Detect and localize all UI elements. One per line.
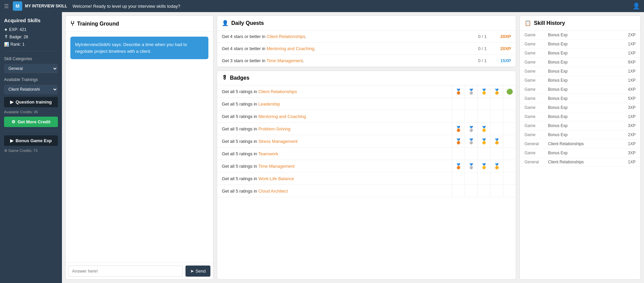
history-col-category: Bonus Exp bbox=[548, 69, 619, 74]
badge-cell: 🟢 bbox=[503, 85, 516, 97]
logo-text: MY INTERVIEW SKILL bbox=[25, 4, 67, 8]
history-col-xp: 1XP bbox=[619, 78, 636, 83]
badge-cell bbox=[465, 172, 477, 185]
badge-cell bbox=[465, 148, 477, 160]
badge-row: Get all 5 ratings in Time Management🥉🥈🥇🏅 bbox=[217, 160, 516, 172]
history-col-category: Bonus Exp bbox=[548, 151, 619, 155]
badge-row: Get all 5 ratings in Cloud Architect bbox=[217, 185, 516, 197]
quest-progress: 0 / 1 bbox=[474, 46, 491, 51]
history-col-category: Bonus Exp bbox=[548, 42, 619, 46]
history-row: Game Bonus Exp 1XP bbox=[520, 112, 640, 121]
history-col-xp: 2XP bbox=[619, 33, 636, 37]
history-col-xp: 1XP bbox=[619, 160, 636, 164]
badge-row: Get all 5 ratings in Leadership bbox=[217, 98, 516, 110]
sidebar-divider-1 bbox=[4, 51, 58, 51]
quest-row: Get 4 stars or better in Mentoring and C… bbox=[217, 43, 516, 55]
history-title: Skill History bbox=[534, 20, 565, 26]
badge-row-label: Get all 5 ratings in Teamwork bbox=[217, 149, 452, 159]
badge-cell bbox=[503, 135, 516, 147]
badge-panel-icon: 🎖 bbox=[222, 75, 227, 81]
quests-header: 👤 Daily Quests bbox=[217, 16, 516, 31]
history-row: General Client Relationships 1XP bbox=[520, 139, 640, 149]
badge-row-label: Get all 5 ratings in Work-Life Balance bbox=[217, 173, 452, 184]
history-col-category: Bonus Exp bbox=[548, 51, 619, 55]
history-header: 📋 Skill History bbox=[520, 16, 640, 31]
training-answer-area: ➤ Send bbox=[66, 262, 213, 279]
rank-label: Rank: bbox=[10, 42, 21, 47]
badges-header: 🎖 Badges bbox=[217, 71, 516, 85]
history-col-category: Client Relationships bbox=[548, 160, 619, 164]
badge-row-label: Get all 5 ratings in Cloud Architect bbox=[217, 186, 452, 196]
history-col-type: Game bbox=[524, 78, 548, 83]
history-row: Game Bonus Exp 1XP bbox=[520, 76, 640, 85]
daily-quests-panel: 👤 Daily Quests Get 4 stars or better in … bbox=[217, 15, 516, 67]
answer-input[interactable] bbox=[68, 266, 183, 277]
badge-cells: 🥉🥈🥇🏅 bbox=[452, 160, 516, 172]
history-col-xp: 2XP bbox=[619, 132, 636, 137]
quest-highlight: Client Relationships bbox=[267, 34, 305, 39]
badge-cell: 🥉 bbox=[452, 123, 465, 135]
exp-value: 421 bbox=[20, 27, 26, 32]
skill-history-panel: 📋 Skill History Game Bonus Exp 2XP Game … bbox=[519, 15, 641, 280]
quest-text: Get 4 stars or better in Mentoring and C… bbox=[222, 46, 471, 51]
available-credits-label: Available Credits: 45 bbox=[4, 110, 58, 114]
rank-stat: 📊 Rank: 1 bbox=[4, 42, 58, 47]
history-col-xp: 3XP bbox=[619, 123, 636, 128]
history-col-category: Bonus Exp bbox=[548, 114, 619, 119]
quest-highlight: Mentoring and Coaching bbox=[267, 46, 314, 51]
badge-cell bbox=[465, 98, 477, 110]
badge-cells bbox=[452, 148, 516, 160]
quests-list: Get 4 stars or better in Client Relation… bbox=[217, 31, 516, 67]
badge-cells bbox=[452, 185, 516, 197]
history-row: Game Bonus Exp 9XP bbox=[520, 58, 640, 67]
history-col-category: Bonus Exp bbox=[548, 87, 619, 92]
quest-text: Get 4 stars or better in Client Relation… bbox=[222, 34, 471, 39]
history-col-category: Bonus Exp bbox=[548, 105, 619, 110]
badge-cell: 🥈 bbox=[465, 123, 477, 135]
badge-row-label: Get all 5 ratings in Time Management bbox=[217, 161, 452, 171]
logo: M MY INTERVIEW SKILL bbox=[13, 1, 67, 11]
send-button[interactable]: ➤ Send bbox=[185, 266, 210, 277]
quest-xp: 20XP bbox=[494, 34, 511, 39]
history-col-type: Game bbox=[524, 151, 548, 155]
badge-cell bbox=[465, 110, 477, 122]
badge-cell bbox=[452, 185, 465, 197]
logo-icon: M bbox=[13, 1, 22, 11]
bonus-game-exp-button[interactable]: ▶ Bonus Game Exp bbox=[4, 135, 58, 146]
history-col-xp: 1XP bbox=[619, 42, 636, 46]
training-body: MyInterviewSkillAI says: Describe a time… bbox=[66, 32, 213, 262]
quest-progress: 0 / 1 bbox=[474, 34, 491, 39]
training-select[interactable]: Client Relationshi bbox=[4, 85, 58, 94]
badge-cell: 🥉 bbox=[452, 135, 465, 147]
badge-cell: 🥈 bbox=[465, 135, 477, 147]
history-col-xp: 3XP bbox=[619, 105, 636, 110]
user-icon[interactable]: 👤 bbox=[633, 2, 640, 10]
badge-cell bbox=[490, 123, 503, 135]
badge-row: Get all 5 ratings in Mentoring and Coach… bbox=[217, 110, 516, 123]
gear-icon-credit: ⚙ bbox=[11, 119, 15, 124]
badge-cell bbox=[490, 172, 503, 185]
sidebar: Acquired Skills ★ EXP: 421 🎖 Badge: 28 📊… bbox=[0, 12, 62, 283]
history-col-category: Bonus Exp bbox=[548, 123, 619, 128]
history-col-category: Bonus Exp bbox=[548, 60, 619, 65]
badge-cell bbox=[503, 160, 516, 172]
badge-row-label: Get all 5 ratings in Client Relationship… bbox=[217, 86, 452, 97]
game-credits-label: ⚙ Game Credits: 73 bbox=[4, 149, 58, 153]
badge-row: Get all 5 ratings in Problem-Solving🥉🥈🥇 bbox=[217, 123, 516, 135]
history-col-type: Game bbox=[524, 96, 548, 101]
history-row: General Client Relationships 1XP bbox=[520, 158, 640, 167]
badge-cells: 🥉🥈🥇🏅 bbox=[452, 135, 516, 147]
get-more-credit-button[interactable]: ⚙ Get More Credit bbox=[4, 117, 58, 127]
skill-category-select[interactable]: General bbox=[4, 64, 58, 73]
history-col-category: Bonus Exp bbox=[548, 33, 619, 37]
badge-label: Badge: bbox=[9, 35, 22, 39]
question-training-button[interactable]: ▶ Question training bbox=[4, 97, 58, 107]
badge-cell bbox=[477, 110, 490, 122]
training-icon: ⑂ bbox=[70, 20, 74, 28]
hamburger-icon[interactable]: ☰ bbox=[4, 3, 9, 9]
badge-cell: 🥇 bbox=[477, 85, 490, 97]
history-row: Game Bonus Exp 3XP bbox=[520, 103, 640, 112]
sidebar-divider-2 bbox=[4, 131, 58, 131]
training-header: ⑂ Training Ground bbox=[66, 16, 213, 32]
history-col-type: Game bbox=[524, 51, 548, 55]
